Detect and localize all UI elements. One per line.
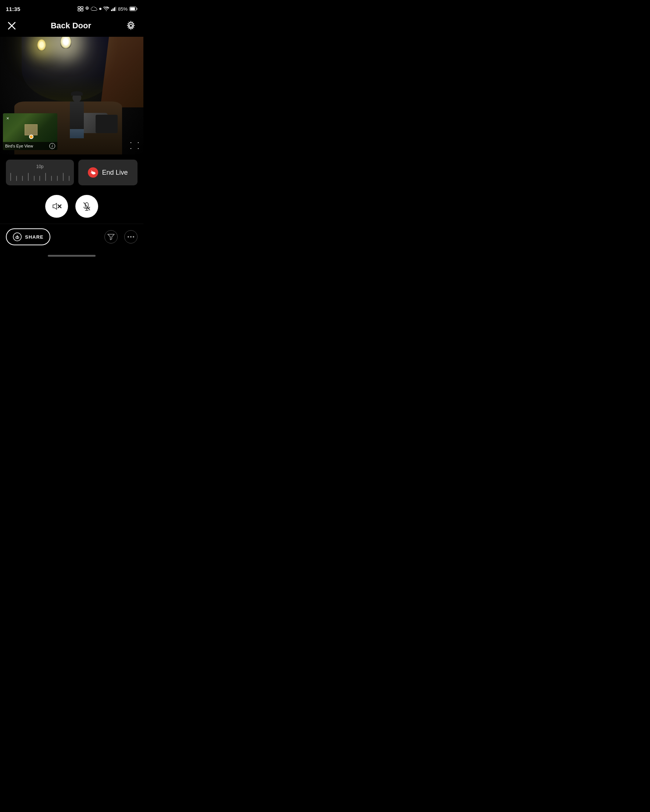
video-feed: × Bird's Eye View i — [0, 37, 143, 154]
light-right — [60, 37, 71, 49]
tick-2 — [16, 176, 17, 181]
close-button[interactable] — [6, 20, 18, 32]
svg-rect-0 — [78, 7, 80, 8]
fullscreen-corners — [131, 142, 139, 149]
furniture — [96, 115, 117, 133]
tick-1 — [10, 173, 11, 181]
svg-point-6 — [99, 8, 101, 10]
svg-rect-7 — [111, 9, 112, 11]
timeline-label: 10p — [10, 164, 70, 169]
status-time: 11:35 — [6, 6, 20, 12]
battery-icon — [130, 7, 137, 11]
birds-eye-label: Bird's Eye View i — [3, 142, 57, 150]
svg-rect-2 — [78, 9, 80, 11]
svg-rect-10 — [116, 7, 116, 11]
share-label: SHARE — [25, 234, 44, 240]
tick-4 — [28, 173, 29, 181]
end-live-icon — [88, 167, 98, 178]
birds-eye-text: Bird's Eye View — [5, 144, 33, 148]
tick-5 — [34, 176, 35, 181]
speaker-button[interactable] — [45, 195, 68, 218]
svg-point-25 — [128, 236, 129, 238]
fullscreen-button[interactable] — [130, 140, 140, 151]
share-button[interactable]: SHARE — [6, 228, 50, 245]
svg-rect-12 — [130, 8, 135, 10]
svg-rect-3 — [81, 9, 83, 11]
filter-icon — [107, 234, 115, 240]
tick-3 — [22, 176, 23, 181]
svg-point-27 — [133, 236, 134, 238]
person-body — [70, 102, 84, 131]
mic-muted-icon — [82, 201, 92, 211]
close-icon — [8, 22, 16, 30]
corner-br — [138, 148, 139, 149]
corner-bl — [131, 148, 131, 149]
svg-point-5 — [86, 8, 87, 9]
wifi-icon — [103, 7, 109, 11]
bottom-right-controls — [104, 230, 137, 243]
page-header: Back Door — [0, 16, 143, 37]
tick-10 — [63, 173, 64, 181]
timeline-ticks — [10, 172, 70, 181]
location-icon — [85, 6, 89, 11]
phone-end-icon — [90, 169, 96, 176]
person-head — [72, 93, 81, 102]
status-bar: 11:35 — [0, 0, 143, 16]
speaker-muted-icon — [52, 201, 62, 211]
svg-point-15 — [130, 24, 132, 27]
dot-icon — [99, 8, 101, 10]
battery-percentage: 85% — [118, 6, 128, 12]
end-live-text: End Live — [102, 169, 128, 177]
audio-controls — [6, 192, 137, 224]
svg-rect-9 — [114, 8, 115, 11]
more-options-button[interactable] — [124, 230, 137, 243]
action-row: 10p End Liv — [6, 160, 137, 185]
settings-button[interactable] — [124, 19, 137, 32]
share-icon — [12, 232, 22, 242]
tick-6 — [39, 176, 40, 181]
light-left — [37, 39, 46, 51]
person-legs — [70, 129, 84, 138]
tick-9 — [57, 176, 58, 181]
page-title: Back Door — [51, 21, 91, 31]
status-icons: 85% — [78, 6, 137, 12]
birds-eye-view: × Bird's Eye View i — [3, 113, 57, 150]
more-icon — [127, 236, 134, 238]
filter-button[interactable] — [104, 230, 117, 243]
tick-7 — [45, 173, 46, 181]
svg-rect-8 — [113, 8, 114, 11]
tick-11 — [69, 176, 70, 181]
mic-button[interactable] — [75, 195, 98, 218]
map-location-dot — [29, 134, 34, 139]
person-figure — [67, 87, 86, 131]
controls-area: 10p End Liv — [0, 154, 143, 224]
tick-8 — [51, 176, 52, 181]
gallery-icon — [78, 6, 84, 11]
map-house-shape — [24, 124, 38, 135]
home-indicator — [0, 253, 143, 258]
svg-point-26 — [130, 236, 131, 238]
svg-rect-1 — [81, 7, 83, 8]
cloud-icon — [91, 7, 98, 11]
home-bar — [48, 255, 96, 257]
birds-eye-info-button[interactable]: i — [49, 143, 55, 149]
corner-tr — [138, 142, 139, 143]
gear-icon — [126, 21, 136, 31]
bottom-bar: SHARE — [0, 224, 143, 253]
timeline-panel[interactable]: 10p — [6, 160, 74, 185]
corner-tl — [131, 142, 131, 143]
signal-icon — [111, 7, 116, 11]
birds-eye-close-button[interactable]: × — [5, 115, 11, 121]
end-live-button[interactable]: End Live — [78, 160, 137, 185]
